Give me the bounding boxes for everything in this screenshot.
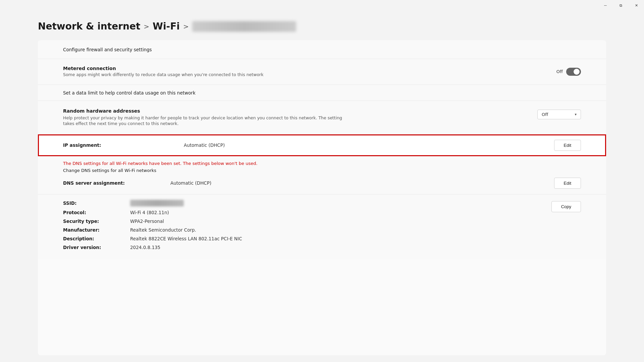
ip-assignment-row: IP assignment: Automatic (DHCP) Edit [38, 134, 606, 156]
breadcrumb: Network & internet > Wi-Fi > [38, 21, 296, 32]
breadcrumb-wifi[interactable]: Wi-Fi [153, 21, 180, 32]
description-row: Description: Realtek 8822CE Wireless LAN… [63, 236, 545, 241]
firewall-link-row: Configure firewall and security settings [38, 40, 606, 59]
dropdown-value: Off [542, 112, 548, 117]
ip-assignment-value: Automatic (DHCP) [184, 142, 225, 148]
driver-label: Driver version: [63, 245, 130, 250]
protocol-row: Protocol: Wi-Fi 4 (802.11n) [63, 210, 545, 215]
security-label: Security type: [63, 219, 130, 224]
titlebar: ─ ⧉ ✕ [598, 0, 644, 11]
manufacturer-row: Manufacturer: Realtek Semiconductor Corp… [63, 227, 545, 233]
manufacturer-value: Realtek Semiconductor Corp. [130, 227, 196, 233]
protocol-label: Protocol: [63, 210, 130, 215]
random-hardware-desc: Help protect your privacy by making it h… [63, 115, 348, 127]
ip-assignment-left: IP assignment: Automatic (DHCP) [63, 142, 225, 148]
maximize-button[interactable]: ⧉ [613, 0, 629, 11]
random-hardware-left: Random hardware addresses Help protect y… [63, 108, 537, 127]
dns-warning-section: The DNS settings for all Wi-Fi networks … [38, 156, 606, 174]
ssid-row: SSID: [63, 200, 545, 206]
protocol-value: Wi-Fi 4 (802.11n) [130, 210, 169, 215]
dns-server-row: DNS server assignment: Automatic (DHCP) … [38, 174, 606, 194]
info-fields: SSID: Protocol: Wi-Fi 4 (802.11n) Securi… [63, 200, 545, 253]
driver-row: Driver version: 2024.0.8.135 [63, 245, 545, 250]
metered-connection-title: Metered connection [63, 66, 556, 71]
random-hardware-row: Random hardware addresses Help protect y… [38, 101, 606, 134]
ip-assignment-label: IP assignment: [63, 142, 117, 148]
metered-connection-desc: Some apps might work differently to redu… [63, 72, 556, 78]
ssid-label: SSID: [63, 200, 130, 206]
breadcrumb-network[interactable]: Network & internet [38, 21, 140, 32]
dns-change-link[interactable]: Change DNS settings for all Wi-Fi networ… [63, 168, 581, 173]
minimize-button[interactable]: ─ [598, 0, 613, 11]
random-hardware-dropdown[interactable]: Off ▾ [537, 110, 581, 119]
data-limit-link-row: Set a data limit to help control data us… [38, 85, 606, 101]
metered-connection-left: Metered connection Some apps might work … [63, 66, 556, 78]
dns-server-edit-button[interactable]: Edit [554, 178, 581, 189]
close-button[interactable]: ✕ [629, 0, 644, 11]
network-info-section: SSID: Protocol: Wi-Fi 4 (802.11n) Securi… [38, 194, 606, 259]
description-value: Realtek 8822CE Wireless LAN 802.11ac PCI… [130, 236, 242, 241]
firewall-link[interactable]: Configure firewall and security settings [63, 47, 152, 52]
dns-warning-text: The DNS settings for all Wi-Fi networks … [63, 161, 581, 166]
metered-connection-row: Metered connection Some apps might work … [38, 59, 606, 85]
dns-server-value: Automatic (DHCP) [170, 180, 211, 186]
chevron-down-icon: ▾ [575, 112, 577, 117]
driver-value: 2024.0.8.135 [130, 245, 160, 250]
random-hardware-title: Random hardware addresses [63, 108, 537, 114]
metered-toggle[interactable] [566, 68, 581, 76]
security-row: Security type: WPA2-Personal [63, 219, 545, 224]
metered-toggle-label: Off [556, 69, 563, 74]
copy-button[interactable]: Copy [551, 201, 581, 212]
settings-content: Configure firewall and security settings… [38, 40, 606, 355]
metered-toggle-container: Off [556, 68, 581, 76]
description-label: Description: [63, 236, 130, 241]
breadcrumb-sep1: > [144, 22, 149, 31]
dns-server-label: DNS server assignment: [63, 180, 130, 186]
security-value: WPA2-Personal [130, 219, 164, 224]
breadcrumb-sep2: > [183, 22, 189, 31]
breadcrumb-network-name [192, 21, 296, 32]
ssid-value-blurred [130, 200, 184, 206]
manufacturer-label: Manufacturer: [63, 227, 130, 233]
data-limit-link[interactable]: Set a data limit to help control data us… [63, 90, 196, 96]
dns-server-left: DNS server assignment: Automatic (DHCP) [63, 180, 211, 186]
ip-assignment-edit-button[interactable]: Edit [554, 140, 581, 151]
toggle-knob [574, 69, 580, 75]
